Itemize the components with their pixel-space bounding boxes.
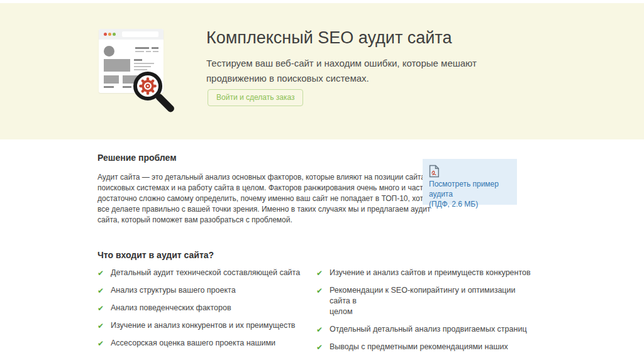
image-placeholder [104,59,130,72]
pdf-example-link[interactable]: Посмотреть пример аудита [429,179,512,199]
window-dot-green-icon [113,33,116,36]
audit-list-item: ✔Рекомендации к SEO-копирайтингу и оптим… [316,285,533,317]
audit-list-item-label: Рекомендации к SEO-копирайтингу и оптими… [330,286,515,316]
audit-list-item: ✔Ассесорская оценка вашего проекта нашим… [97,338,305,349]
check-icon: ✔ [316,286,323,296]
hero-subtitle: Тестируем ваш веб-сайт и находим ошибки,… [206,56,496,86]
check-icon: ✔ [97,321,104,332]
pdf-size-note: (ПДФ, 2.6 МБ) [429,199,512,209]
text-line-placeholder [135,51,144,52]
avatar-placeholder [104,46,114,57]
audit-list-item-label: Отдельный детальный анализ продвигаемых … [330,325,527,334]
includes-heading: Что входит в аудит сайта? [97,250,214,260]
check-icon: ✔ [316,325,323,335]
audit-list-item: ✔Отдельный детальный анализ продвигаемых… [316,324,533,335]
check-icon: ✔ [316,268,323,279]
check-icon: ✔ [97,268,104,279]
pdf-example-box[interactable]: Посмотреть пример аудита (ПДФ, 2.6 МБ) [423,159,517,205]
address-bar-graphic [122,31,158,37]
audit-list-item-label: Детальный аудит технической составляющей… [111,268,300,277]
window-dot-red-icon [104,33,107,36]
pdf-file-icon [429,165,440,178]
browser-titlebar [99,29,164,40]
audit-list-item-label: Анализ поведенческих факторов [111,303,231,312]
text-line-placeholder [146,51,151,52]
text-line-placeholder [134,69,147,70]
audit-list-item: ✔Изучение и анализ сайтов и преимуществ … [316,268,533,278]
audit-list-item: ✔Анализ структуры вашего проекта [97,285,305,296]
audit-list-item-label: Изучение и анализ конкурентов и их преим… [111,321,296,330]
login-order-button[interactable]: Войти и сделать заказ [208,89,303,106]
page-title: Комплексный SEO аудит сайта [206,28,452,48]
gear-icon [138,77,157,95]
solution-paragraph: Аудит сайта — это детальный анализ основ… [97,172,450,225]
solution-heading: Решение проблем [97,153,177,163]
audit-list-item-label: Выводы с предметными рекомендациями наши… [330,342,508,353]
audit-list-item-label: Анализ структуры вашего проекта [111,286,236,295]
audit-list-item-label: Изучение и анализ сайтов и преимуществ к… [330,268,531,277]
text-line-placeholder [134,59,142,61]
text-line-placeholder [134,63,154,64]
text-line-placeholder [153,51,158,52]
check-icon: ✔ [97,339,104,349]
text-line-placeholder [152,47,158,49]
magnifier-handle [155,92,175,113]
check-icon: ✔ [97,286,104,296]
text-line-placeholder [123,86,131,88]
audit-list-item-label: Ассесорская оценка вашего проекта нашими [111,339,275,347]
text-line-placeholder [134,66,151,67]
audit-list-item: ✔Детальный аудит технической составляюще… [97,268,305,278]
audit-list-right: ✔Изучение и анализ сайтов и преимуществ … [316,268,533,353]
check-icon: ✔ [316,342,323,353]
image-placeholder [104,75,119,84]
hero-section: Комплексный SEO аудит сайта Тестируем ва… [0,3,644,139]
window-dot-orange-icon [108,33,111,36]
audit-list-left: ✔Детальный аудит технической составляюще… [97,268,305,353]
audit-list-item: ✔Анализ поведенческих факторов [97,303,305,313]
audit-list-item: ✔Изучение и анализ конкурентов и их преи… [97,320,305,331]
text-line-placeholder [104,86,114,88]
audit-list-item: ✔Выводы с предметными рекомендациями наш… [316,342,533,353]
text-line-placeholder [135,47,149,49]
check-icon: ✔ [97,303,104,314]
